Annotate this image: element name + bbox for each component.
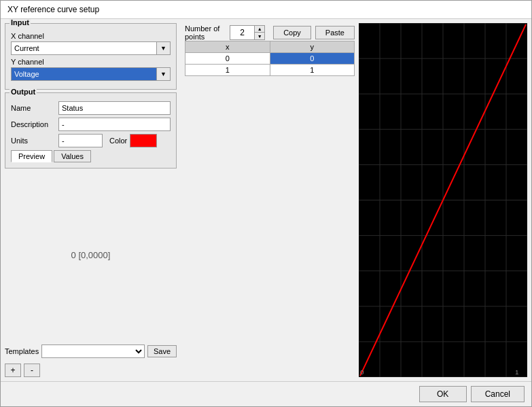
values-tab[interactable]: Values [54,150,91,162]
color-swatch[interactable] [130,134,157,147]
name-input[interactable] [58,101,171,115]
col-header-x: x [185,41,270,53]
x-channel-label: X channel [11,32,171,40]
templates-label: Templates [5,347,39,355]
name-row: Name [11,101,171,115]
chart-panel: 0 1 [359,23,527,377]
bottom-bar: OK Cancel [1,381,531,406]
y-channel-input[interactable] [11,67,157,81]
y-channel-dropdown[interactable]: ▼ [157,67,171,81]
chart-svg: 0 1 [359,23,527,377]
input-section-label: Input [10,19,31,26]
ok-button[interactable]: OK [419,386,467,402]
middle-panel: Number of points ▲ ▼ Copy Paste x [181,19,359,381]
preview-area: 0 [0,0000] [5,171,177,339]
paste-button[interactable]: Paste [315,26,355,39]
x-channel-field: X channel ▼ [11,32,171,55]
window-title: XY reference curve setup [7,5,99,14]
x-channel-input-row: ▼ [11,41,171,55]
num-points-label: Number of points [185,24,226,41]
spinner-down[interactable]: ▼ [255,33,264,39]
num-points-spinner: ▲ ▼ [230,25,265,40]
num-points-controls: Number of points ▲ ▼ Copy Paste [185,24,355,41]
cancel-button[interactable]: Cancel [471,386,525,402]
color-label: Color [109,137,127,145]
copy-button[interactable]: Copy [273,26,311,39]
description-row: Description [11,118,171,131]
name-label: Name [11,104,58,112]
description-label: Description [11,120,58,128]
main-content: Input X channel ▼ Y channel ▼ [1,19,531,381]
col-header-y: y [270,41,355,53]
save-button[interactable]: Save [147,345,177,357]
y-channel-input-row: ▼ [11,67,171,81]
templates-select[interactable] [41,344,145,358]
output-section-label: Output [10,88,37,96]
description-input[interactable] [58,118,171,131]
remove-template-button[interactable]: - [24,364,40,377]
num-points-input[interactable] [230,25,254,40]
preview-tab[interactable]: Preview [11,150,52,162]
x-channel-dropdown[interactable]: ▼ [157,41,171,55]
spinner-arrows: ▲ ▼ [254,25,265,40]
units-color-row: Units Color [11,134,171,147]
main-window: XY reference curve setup Input X channel… [0,0,532,407]
title-bar: XY reference curve setup [1,1,531,19]
plus-minus-row: + - [5,364,177,377]
units-label: Units [11,137,58,145]
tab-row: Preview Values [11,150,171,162]
templates-row: Templates Save [5,344,177,358]
output-section: Output Name Description Units Color Pre [5,92,177,169]
preview-text: 0 [0,0000] [71,250,111,260]
svg-text:0: 0 [360,368,364,376]
table-row: 0 0 [185,53,355,65]
svg-text:1: 1 [515,368,519,376]
input-section: Input X channel ▼ Y channel ▼ [5,23,177,90]
cell-x-0[interactable]: 0 [185,53,270,65]
data-table: x y 0 0 1 1 [185,41,355,76]
table-area: x y 0 0 1 1 [185,41,355,376]
y-channel-label: Y channel [11,58,171,66]
cell-x-1[interactable]: 1 [185,65,270,76]
cell-y-1[interactable]: 1 [270,65,355,76]
y-channel-field: Y channel ▼ [11,58,171,81]
table-row: 1 1 [185,65,355,76]
spinner-up[interactable]: ▲ [255,26,264,33]
units-input[interactable] [58,134,103,147]
cell-y-0[interactable]: 0 [270,53,355,65]
x-channel-input[interactable] [11,41,157,55]
left-panel: Input X channel ▼ Y channel ▼ [1,19,181,381]
add-template-button[interactable]: + [5,364,21,377]
